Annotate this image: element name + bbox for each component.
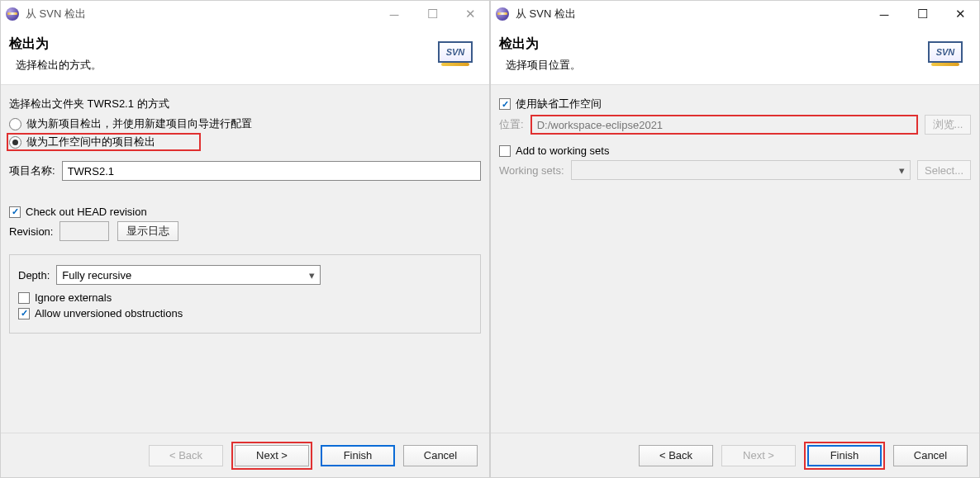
depth-label: Depth: [18,269,50,282]
project-name-input[interactable] [62,161,481,181]
cancel-button[interactable]: Cancel [403,445,478,466]
minimize-button[interactable]: ─ [375,1,413,27]
wizard-footer: < Back Next > Finish Cancel [1,433,489,477]
working-sets-select [571,160,911,180]
radio-workspace-project-label: 做为工作空间中的项目检出 [26,135,155,149]
window-controls: ─ ☐ ✕ [865,1,979,27]
options-panel: Depth: Fully recursive Ignore externals … [9,254,481,334]
finish-button[interactable]: Finish [807,445,882,466]
dialog-checkout-location: 从 SVN 检出 ─ ☐ ✕ 检出为 选择项目位置。 SVN 使用缺省工作空间 … [490,0,980,478]
page-title: 检出为 [9,35,435,53]
working-sets-label: Working sets: [499,164,564,177]
radio-new-project-label: 做为新项目检出，并使用新建项目向导进行配置 [26,116,252,131]
checkbox-head-revision-label: Check out HEAD revision [26,206,147,218]
wizard-footer: < Back Next > Finish Cancel [491,433,979,477]
revision-input [59,221,109,241]
project-name-label: 项目名称: [9,163,55,178]
checkbox-ignore-externals[interactable] [18,292,30,304]
svn-icon: SVN [925,35,966,69]
select-working-sets-button: Select... [917,160,971,180]
browse-button: 浏览... [925,115,971,135]
wizard-header: 检出为 选择检出的方式。 SVN [1,27,489,85]
back-button[interactable]: < Back [639,445,713,466]
finish-button[interactable]: Finish [321,445,395,466]
eclipse-icon [496,7,509,21]
page-subtitle: 选择检出的方式。 [9,58,435,73]
page-subtitle: 选择项目位置。 [499,58,925,73]
window-title: 从 SVN 检出 [516,7,865,21]
eclipse-icon [6,7,19,21]
checkbox-head-revision[interactable] [9,206,21,218]
intro-label: 选择检出文件夹 TWRS2.1 的方式 [9,97,169,111]
show-log-button[interactable]: 显示日志 [117,221,178,241]
checkbox-allow-unversioned[interactable] [18,308,30,319]
wizard-header: 检出为 选择项目位置。 SVN [491,27,979,85]
titlebar: 从 SVN 检出 ─ ☐ ✕ [491,1,979,27]
back-button: < Back [149,445,223,466]
location-label: 位置: [499,117,524,132]
close-button[interactable]: ✕ [451,1,489,27]
checkbox-default-workspace-label: 使用缺省工作空间 [516,97,602,111]
location-input [530,115,918,135]
page-title: 检出为 [499,35,925,53]
revision-label: Revision: [9,225,53,238]
close-button[interactable]: ✕ [941,1,979,27]
radio-new-project[interactable] [9,118,21,130]
checkbox-ignore-externals-label: Ignore externals [35,291,112,304]
checkbox-add-working-sets[interactable] [499,145,511,157]
wizard-body: 选择检出文件夹 TWRS2.1 的方式 做为新项目检出，并使用新建项目向导进行配… [1,85,489,433]
checkbox-allow-unversioned-label: Allow unversioned obstructions [35,307,183,319]
window-title: 从 SVN 检出 [26,7,375,21]
checkbox-default-workspace[interactable] [499,98,511,110]
radio-workspace-project[interactable] [9,136,21,149]
maximize-button[interactable]: ☐ [413,1,451,27]
window-controls: ─ ☐ ✕ [375,1,489,27]
cancel-button[interactable]: Cancel [893,445,968,466]
next-button[interactable]: Next > [235,445,309,466]
dialog-checkout-method: 从 SVN 检出 ─ ☐ ✕ 检出为 选择检出的方式。 SVN 选择检出文件夹 … [0,0,490,478]
maximize-button[interactable]: ☐ [903,1,941,27]
wizard-body: 使用缺省工作空间 位置: 浏览... Add to working sets W… [491,85,979,433]
minimize-button[interactable]: ─ [865,1,903,27]
next-button: Next > [721,445,796,466]
checkbox-add-working-sets-label: Add to working sets [516,144,609,157]
titlebar: 从 SVN 检出 ─ ☐ ✕ [1,1,489,27]
svn-icon: SVN [435,35,476,69]
depth-select[interactable]: Fully recursive [56,265,321,285]
